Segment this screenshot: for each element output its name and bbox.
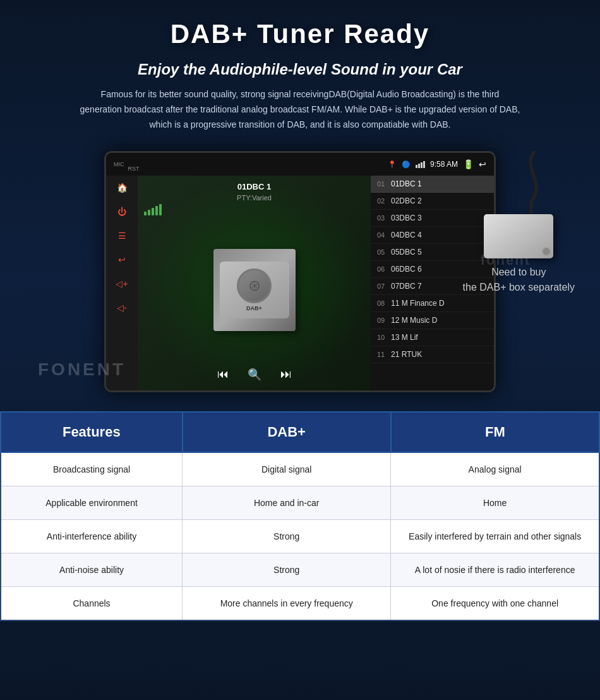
feature-cell: Applicable environment <box>1 486 183 520</box>
fm-cell: A lot of nosie if there is radio interfe… <box>391 553 599 587</box>
dab-cell: Strong <box>183 553 391 587</box>
channel-num: 10 <box>377 334 391 341</box>
channel-num: 11 <box>377 351 391 358</box>
fonent-watermark: fonent <box>481 252 531 269</box>
buy-text: Need to buy the DAB+ box separately <box>463 265 575 295</box>
channel-item[interactable]: 0811 M Finance D <box>371 295 494 312</box>
buy-note-line2: the DAB+ box separately <box>463 282 575 293</box>
channel-name: 02DBC 2 <box>391 196 488 205</box>
bluetooth-icon: 🔵 <box>402 160 411 169</box>
speaker-grill: ⊛ <box>237 269 272 303</box>
header-section: DAB+ Tuner Ready Enjoy the Audiophile-le… <box>0 0 600 138</box>
rst-label: RST <box>128 166 140 172</box>
subtitle: Enjoy the Audiophile-level Sound in your… <box>25 61 575 78</box>
channel-num: 01 <box>377 180 391 188</box>
channel-name: 12 M Music D <box>391 316 488 325</box>
back-btn-icon[interactable]: ↩ <box>113 253 131 267</box>
signal-bar-2 <box>148 210 150 215</box>
watermark: FONENT <box>38 359 126 380</box>
feature-cell: Channels <box>1 587 183 621</box>
next-button[interactable]: ⏭ <box>280 368 292 382</box>
feature-cell: Anti-noise ability <box>1 553 183 587</box>
channel-item[interactable]: 0912 M Music D <box>371 312 494 329</box>
table-header-row: Features DAB+ FM <box>1 412 599 452</box>
feature-cell: Broadcasting signal <box>1 452 183 486</box>
dab-cell: Digital signal <box>183 452 391 486</box>
pty-info: PTY:Varied <box>138 194 371 202</box>
signal-bars-area <box>138 202 371 218</box>
vol-down-icon[interactable]: ◁- <box>113 301 131 315</box>
device-section: MIC RST 📍 🔵 9:58 A <box>0 138 600 399</box>
table-row: Broadcasting signal Digital signal Analo… <box>1 452 599 486</box>
menu-icon[interactable]: ☰ <box>113 229 131 243</box>
back-icon: ↩ <box>479 159 486 169</box>
feature-header: Features <box>1 412 183 452</box>
signal-icon <box>416 161 425 168</box>
channel-num: 06 <box>377 265 391 273</box>
signal-bar-3 <box>152 208 154 215</box>
dab-cell: Home and in-car <box>183 486 391 520</box>
main-title: DAB+ Tuner Ready <box>25 19 575 49</box>
channel-name: 21 RTUK <box>391 350 488 359</box>
table-row: Applicable environment Home and in-car H… <box>1 486 599 520</box>
signal-bar-1 <box>144 212 147 215</box>
table-row: Anti-noise ability Strong A lot of nosie… <box>1 553 599 587</box>
channel-item[interactable]: 0101DBC 1 <box>371 176 494 193</box>
fm-cell: Analog signal <box>391 452 599 486</box>
main-play-area: 01DBC 1 PTY:Varied <box>138 176 371 390</box>
fm-cell: Home <box>391 486 599 520</box>
signal-bars <box>144 204 162 215</box>
channel-num: 07 <box>377 282 391 290</box>
channel-num: 08 <box>377 299 391 307</box>
mic-label: MIC <box>114 161 124 167</box>
time-display: 9:58 AM <box>430 160 458 169</box>
dab-box-label: DAB+ <box>246 305 262 311</box>
comparison-section: Features DAB+ FM Broadcasting signal Dig… <box>0 411 600 621</box>
now-playing-title: 01DBC 1 <box>138 176 371 194</box>
channel-num: 05 <box>377 248 391 256</box>
channel-item[interactable]: 1013 M Lif <box>371 329 494 346</box>
screen-inner: MIC RST 📍 🔵 9:58 A <box>106 153 494 390</box>
channel-num: 02 <box>377 197 391 205</box>
home-icon[interactable]: 🏠 <box>113 181 131 195</box>
channel-item[interactable]: 1121 RTUK <box>371 346 494 363</box>
channel-name: 13 M Lif <box>391 333 488 342</box>
power-icon[interactable]: ⏻ <box>113 205 131 219</box>
battery-icon: 🔋 <box>463 159 474 169</box>
table-row: Channels More channels in every frequenc… <box>1 587 599 621</box>
prev-button[interactable]: ⏮ <box>217 368 229 382</box>
feature-cell: Anti-interference ability <box>1 520 183 553</box>
screen-content: 🏠 ⏻ ☰ ↩ ◁+ ◁- 01DBC 1 PTY:Varied <box>106 176 494 390</box>
signal-bar-5 <box>159 204 162 215</box>
album-art-area: ⊛ DAB+ <box>138 218 371 361</box>
screen-wrapper: MIC RST 📍 🔵 9:58 A <box>104 151 496 392</box>
channel-name: 01DBC 1 <box>391 179 488 188</box>
dab-header: DAB+ <box>183 412 391 452</box>
fm-header: FM <box>391 412 599 452</box>
left-sidebar: 🏠 ⏻ ☰ ↩ ◁+ ◁- <box>106 176 138 390</box>
status-center: 📍 🔵 9:58 AM 🔋 ↩ <box>388 159 486 169</box>
device-section-inner: MIC RST 📍 🔵 9:58 A <box>25 151 575 392</box>
signal-bar-4 <box>155 206 158 215</box>
dab-cell: Strong <box>183 520 391 553</box>
status-left: MIC RST <box>114 157 140 172</box>
fm-cell: Easily interfered by terrain and other s… <box>391 520 599 553</box>
controls-bar: ⏮ 🔍 ⏭ <box>138 361 371 390</box>
channel-num: 03 <box>377 214 391 222</box>
status-bar: MIC RST 📍 🔵 9:58 A <box>106 153 494 176</box>
page-container: DAB+ Tuner Ready Enjoy the Audiophile-le… <box>0 0 600 700</box>
comparison-table: Features DAB+ FM Broadcasting signal Dig… <box>0 411 600 621</box>
album-art: ⊛ DAB+ <box>213 249 296 331</box>
channel-item[interactable]: 0202DBC 2 <box>371 193 494 210</box>
channel-num: 09 <box>377 317 391 324</box>
search-button[interactable]: 🔍 <box>248 368 261 382</box>
table-row: Anti-interference ability Strong Easily … <box>1 520 599 553</box>
channel-name: 11 M Finance D <box>391 299 488 308</box>
location-icon: 📍 <box>388 160 397 169</box>
channel-num: 04 <box>377 231 391 239</box>
description: Famous for its better sound quality, str… <box>79 87 521 132</box>
dab-cell: More channels in every frequency <box>183 587 391 621</box>
dab-box-image: ⊛ DAB+ <box>220 262 289 318</box>
fm-cell: One frequency with one channel <box>391 587 599 621</box>
vol-up-icon[interactable]: ◁+ <box>113 277 131 291</box>
